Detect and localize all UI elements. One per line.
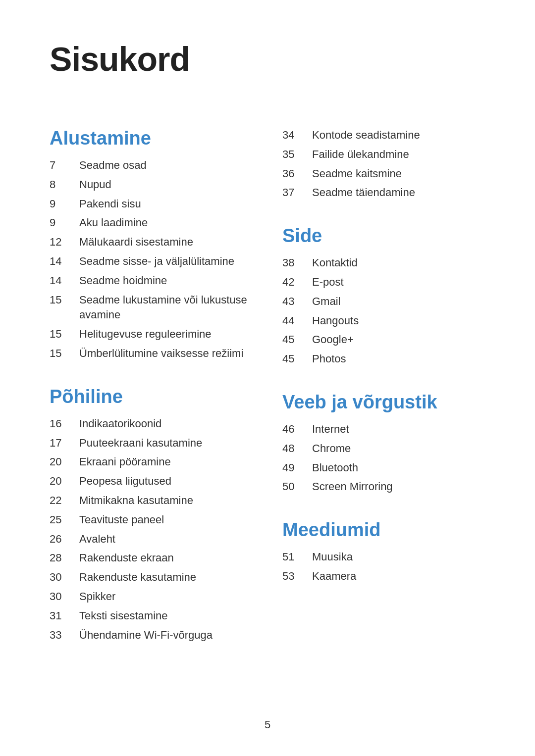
toc-item-text: Seadme lukustamine või lukustuse avamine (79, 293, 253, 323)
toc-item-number: 9 (50, 215, 79, 231)
toc-item-number: 42 (282, 275, 312, 290)
toc-item: 26Avaleht (50, 532, 253, 547)
toc-item-number: 7 (50, 158, 79, 173)
toc-item-text: Seadme kaitsmine (312, 166, 402, 182)
toc-item-text: Helitugevuse reguleerimine (79, 327, 212, 342)
toc-item: 44Hangouts (282, 313, 485, 329)
toc-item: 30Rakenduste kasutamine (50, 570, 253, 585)
section-meediumid: Meediumid51Muusika53Kaamera (282, 519, 485, 584)
toc-item: 12Mälukaardi sisestamine (50, 235, 253, 250)
page-title: Sisukord (50, 40, 485, 78)
toc-item-number: 8 (50, 177, 79, 193)
toc-item-number: 22 (50, 493, 79, 508)
toc-item: 46Internet (282, 422, 485, 437)
toc-item-text: Seadme osad (79, 158, 147, 173)
toc-item-text: Kontode seadistamine (312, 128, 420, 143)
page-number: 5 (265, 718, 270, 731)
toc-item: 31Teksti sisestamine (50, 608, 253, 624)
page: Sisukord Alustamine7Seadme osad8Nupud9Pa… (0, 0, 535, 756)
toc-item-text: Mälukaardi sisestamine (79, 235, 193, 250)
toc-item: 9Pakendi sisu (50, 197, 253, 212)
toc-item-text: Ekraani pööramine (79, 454, 171, 470)
toc-item: 15Seadme lukustamine või lukustuse avami… (50, 293, 253, 323)
toc-item-number: 15 (50, 346, 79, 361)
toc-item: 45Photos (282, 352, 485, 367)
section-title-alustamine: Alustamine (50, 128, 253, 149)
toc-item: 42E-post (282, 275, 485, 290)
toc-item-number: 53 (282, 569, 312, 584)
toc-item-text: Teavituste paneel (79, 512, 164, 528)
toc-item-text: Photos (312, 352, 346, 367)
toc-item-text: Indikaatorikoonid (79, 416, 161, 432)
section-alustamine: Alustamine7Seadme osad8Nupud9Pakendi sis… (50, 128, 253, 361)
toc-item: 36Seadme kaitsmine (282, 166, 485, 182)
toc-item-text: Rakenduste ekraan (79, 551, 174, 566)
toc-item-text: Ühendamine Wi-Fi-võrguga (79, 628, 213, 643)
toc-item: 15Helitugevuse reguleerimine (50, 327, 253, 342)
toc-item-text: Seadme hoidmine (79, 273, 167, 289)
toc-list-pohiline: 16Indikaatorikoonid17Puuteekraani kasuta… (50, 416, 253, 643)
toc-item: 20Ekraani pööramine (50, 454, 253, 470)
toc-item: 15Ümberlülitumine vaiksesse režiimi (50, 346, 253, 361)
toc-item-number: 26 (50, 532, 79, 547)
toc-item-number: 46 (282, 422, 312, 437)
toc-item-text: Puuteekraani kasutamine (79, 436, 202, 451)
section-veeb: Veeb ja võrgustik46Internet48Chrome49Blu… (282, 392, 485, 495)
toc-item-number: 16 (50, 416, 79, 432)
toc-item-number: 48 (282, 441, 312, 456)
toc-item-number: 43 (282, 294, 312, 309)
toc-item: 53Kaamera (282, 569, 485, 584)
toc-item-text: Kaamera (312, 569, 356, 584)
toc-item-number: 50 (282, 479, 312, 495)
toc-item-number: 45 (282, 332, 312, 348)
toc-item-text: Aku laadimine (79, 215, 148, 231)
toc-item: 22Mitmikakna kasutamine (50, 493, 253, 508)
toc-item-number: 14 (50, 273, 79, 289)
toc-item-number: 33 (50, 628, 79, 643)
toc-item-number: 20 (50, 474, 79, 489)
toc-item-number: 28 (50, 551, 79, 566)
toc-item-number: 20 (50, 454, 79, 470)
section-title-pohiline: Põhiline (50, 386, 253, 407)
toc-list-veeb: 46Internet48Chrome49Bluetooth50Screen Mi… (282, 422, 485, 495)
toc-item: 17Puuteekraani kasutamine (50, 436, 253, 451)
toc-item: 34Kontode seadistamine (282, 128, 485, 143)
toc-item: 49Bluetooth (282, 460, 485, 476)
toc-item-number: 15 (50, 327, 79, 342)
toc-item: 7Seadme osad (50, 158, 253, 173)
toc-item-text: Failide ülekandmine (312, 147, 409, 162)
toc-item-number: 34 (282, 128, 312, 143)
toc-item-text: Seadme täiendamine (312, 185, 415, 201)
toc-item: 33Ühendamine Wi-Fi-võrguga (50, 628, 253, 643)
toc-item: 14Seadme sisse- ja väljalülitamine (50, 254, 253, 269)
toc-item: 20Peopesa liigutused (50, 474, 253, 489)
toc-item-number: 17 (50, 436, 79, 451)
toc-item-number: 12 (50, 235, 79, 250)
toc-item-number: 36 (282, 166, 312, 182)
toc-item: 43Gmail (282, 294, 485, 309)
toc-item-number: 14 (50, 254, 79, 269)
toc-item-text: Muusika (312, 550, 353, 565)
toc-item-number: 37 (282, 185, 312, 201)
toc-item-text: Mitmikakna kasutamine (79, 493, 193, 508)
toc-item: 48Chrome (282, 441, 485, 456)
toc-item-text: Avaleht (79, 532, 115, 547)
toc-item-text: E-post (312, 275, 344, 290)
toc-item-number: 38 (282, 255, 312, 271)
toc-item-number: 9 (50, 197, 79, 212)
toc-item: 37Seadme täiendamine (282, 185, 485, 201)
toc-list-meediumid: 51Muusika53Kaamera (282, 550, 485, 584)
section-title-veeb: Veeb ja võrgustik (282, 392, 485, 413)
toc-item: 35Failide ülekandmine (282, 147, 485, 162)
toc-item-number: 44 (282, 313, 312, 329)
toc-item-number: 15 (50, 293, 79, 308)
toc-item-text: Peopesa liigutused (79, 474, 171, 489)
toc-item-text: Spikker (79, 589, 115, 605)
toc-list-alustamine-cont: 34Kontode seadistamine35Failide ülekandm… (282, 128, 485, 201)
section-side: Side38Kontaktid42E-post43Gmail44Hangouts… (282, 225, 485, 367)
toc-item: 9Aku laadimine (50, 215, 253, 231)
toc-item-number: 30 (50, 589, 79, 605)
toc-item-text: Kontaktid (312, 255, 358, 271)
content-columns: Alustamine7Seadme osad8Nupud9Pakendi sis… (50, 128, 485, 667)
toc-item-number: 30 (50, 570, 79, 585)
